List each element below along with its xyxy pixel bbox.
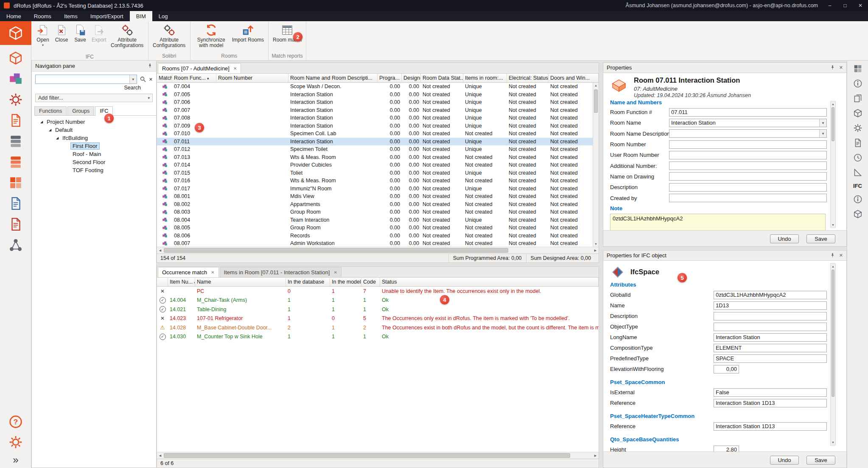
occurrence-row[interactable]: 14.030 M_Counter Top w Sink Hole 1 1 1 O… <box>157 332 599 342</box>
pin-icon[interactable] <box>147 63 153 69</box>
menu-tab-log[interactable]: Log <box>152 11 174 21</box>
scrollbar-thumb[interactable] <box>164 248 508 253</box>
field-input[interactable]: SPACE <box>714 354 827 363</box>
search-link[interactable]: Search <box>32 84 156 91</box>
synchronize-with-model-button[interactable]: Synchronize with model <box>193 22 230 50</box>
attribute-table-icon[interactable] <box>853 64 862 73</box>
add-filter-button[interactable]: Add filter... <box>35 94 153 102</box>
save-button[interactable]: Save <box>806 456 835 465</box>
templates-icon[interactable] <box>8 217 23 231</box>
room-row[interactable]: 07.015 Toliet 0.00 0.00 Not created Uniq… <box>157 169 593 177</box>
network-icon[interactable] <box>8 238 23 252</box>
column-header[interactable]: Match <box>157 74 172 82</box>
save-button[interactable]: Save <box>806 234 835 243</box>
room-row[interactable]: 08.003 Group Room 0.00 0.00 Not created … <box>157 208 593 216</box>
room-row[interactable]: 07.004 Scope Wash / Decon. 0.00 0.00 Not… <box>157 83 593 91</box>
room-row[interactable]: 07.017 Immuniz"N Room 0.00 0.00 Not crea… <box>157 185 593 193</box>
properties-scrollbar[interactable] <box>830 101 836 228</box>
tree-item[interactable]: Project Number <box>32 118 156 126</box>
room-row[interactable]: 07.011 Interaction Station 0.00 0.00 Not… <box>157 138 593 146</box>
column-header[interactable]: Item Nu... <box>168 278 195 286</box>
menu-tab-home[interactable]: Home <box>0 11 28 21</box>
scrollbar-thumb[interactable] <box>832 270 834 397</box>
column-header[interactable]: Room Data Stat... <box>421 74 463 82</box>
field-input[interactable] <box>714 312 827 320</box>
occurrence-row[interactable]: 14.023 107-01 Refrigerator 1 0 5 The Occ… <box>157 314 599 323</box>
close-tab-icon[interactable] <box>211 270 214 275</box>
scroll-left-icon[interactable] <box>157 452 163 459</box>
room-row[interactable]: 08.004 Team Interaction 0.00 0.00 Not cr… <box>157 216 593 224</box>
tree-item[interactable]: First Floor <box>32 142 156 150</box>
search-input[interactable] <box>35 75 137 84</box>
menu-tab-import-export[interactable]: Import/Export <box>84 11 130 21</box>
field-input[interactable] <box>669 162 827 170</box>
occurrence-row[interactable]: PC 0 1 7 Unable to identify the Item. Th… <box>157 287 599 296</box>
room-row[interactable]: 07.013 Wts & Meas. Room 0.00 0.00 Not cr… <box>157 153 593 162</box>
occurrence-row[interactable]: 14.028 M_Base Cabinet-Double Door... 2 1… <box>157 323 599 332</box>
room-row[interactable]: 07.006 Interaction Station 0.00 0.00 Not… <box>157 98 593 106</box>
column-header[interactable]: Code <box>361 278 380 286</box>
field-input[interactable]: Interaction Station 1D13 <box>714 422 827 431</box>
import-rooms-button[interactable]: Import Rooms <box>230 22 266 44</box>
database-icon[interactable] <box>8 134 23 148</box>
field-input[interactable]: Interaction Station 1D13 <box>714 399 827 407</box>
tab-items-in-room[interactable]: Items in Room [07.011 - Interaction Stat… <box>220 267 342 277</box>
rooms-icon[interactable] <box>8 72 23 86</box>
column-header[interactable]: Room Number <box>216 74 288 82</box>
room-row[interactable]: 07.007 Interaction Station 0.00 0.00 Not… <box>157 106 593 114</box>
close-tab-icon[interactable] <box>333 270 337 275</box>
room-row[interactable]: 07.016 Wts & Meas. Room 0.00 0.00 Not cr… <box>157 177 593 185</box>
room-row[interactable]: 08.006 Records 0.00 0.00 Not created Not… <box>157 232 593 240</box>
menu-tab-bim[interactable]: BIM <box>130 11 152 21</box>
occurrence-horizontal-scrollbar[interactable] <box>157 452 599 459</box>
solibri-attribute-configurations-button[interactable]: Attribute Configurations <box>151 22 188 50</box>
room-row[interactable]: 08.001 Mdis View 0.00 0.00 Not created N… <box>157 192 593 201</box>
measure-ruler-icon[interactable] <box>853 168 862 177</box>
field-input[interactable]: 1D13 <box>714 301 827 310</box>
tree-expand-icon[interactable] <box>47 128 53 132</box>
logistics-icon[interactable] <box>8 155 23 169</box>
column-header[interactable]: Status <box>380 278 599 286</box>
systems-gear-icon[interactable] <box>8 92 23 107</box>
search-icon[interactable] <box>140 76 146 83</box>
close-tab-icon[interactable] <box>233 66 237 71</box>
history-clock-icon[interactable] <box>853 153 862 162</box>
field-input[interactable] <box>669 140 827 149</box>
pin-icon[interactable] <box>830 253 835 258</box>
field-input[interactable] <box>669 129 827 138</box>
documents-icon[interactable] <box>8 113 23 128</box>
field-input[interactable]: Interaction Station <box>669 119 827 127</box>
export-ifc-button[interactable]: Export <box>90 22 109 48</box>
scrollbar-thumb[interactable] <box>164 453 570 458</box>
rooms-tab[interactable]: Rooms [07 - AdultMedicine] <box>158 63 241 73</box>
rooms-horizontal-scrollbar[interactable] <box>157 247 599 254</box>
settings-gear-icon[interactable] <box>8 435 23 449</box>
tree-item[interactable]: Roof - Main <box>32 150 156 158</box>
field-input[interactable] <box>669 183 827 192</box>
search-dropdown-caret-icon[interactable] <box>129 75 137 84</box>
column-header[interactable]: Name <box>195 278 286 286</box>
model-cube-icon[interactable] <box>8 51 23 65</box>
room-row[interactable]: 07.014 Provider Cubicles 0.00 0.00 Not c… <box>157 161 593 169</box>
scroll-down-icon[interactable] <box>831 440 835 445</box>
info-icon[interactable] <box>853 79 862 88</box>
open-ifc-button[interactable]: Open <box>34 22 52 48</box>
scroll-right-icon[interactable] <box>592 247 599 254</box>
field-input[interactable] <box>714 323 827 331</box>
tab-occurrence-match[interactable]: Occurrence match <box>158 267 219 277</box>
close-panel-icon[interactable] <box>839 65 843 70</box>
expand-chevrons-icon[interactable] <box>13 455 18 465</box>
maximize-button[interactable] <box>837 0 853 11</box>
pin-icon[interactable] <box>830 65 835 70</box>
field-input[interactable]: 07.011 <box>669 108 827 117</box>
nav-tab-functions[interactable]: Functions <box>34 106 67 115</box>
column-header[interactable]: Items in room:... <box>463 74 507 82</box>
tree-item[interactable]: Second Floor <box>32 158 156 166</box>
column-header[interactable]: Designe... <box>402 74 421 82</box>
combo-caret-icon[interactable] <box>819 130 826 137</box>
scrollbar-thumb[interactable] <box>594 89 598 113</box>
scroll-right-icon[interactable] <box>592 452 599 459</box>
room-row[interactable]: 08.007 Admin Workstation 0.00 0.00 Not c… <box>157 240 593 247</box>
save-ifc-button[interactable]: Save <box>71 22 90 48</box>
occurrence-row[interactable]: 14.021 Table-Dining 1 1 1 Ok <box>157 305 599 314</box>
